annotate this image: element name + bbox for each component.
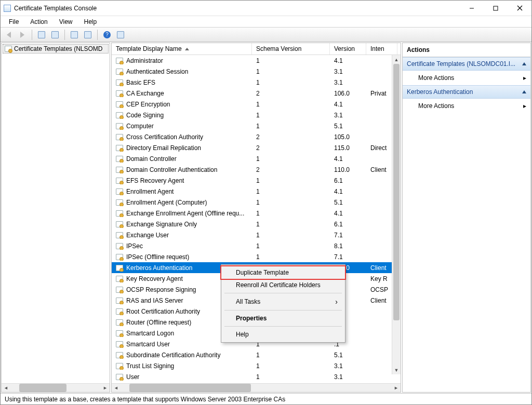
toolbar-help[interactable]: ? [101, 29, 113, 40]
template-version: 110.0 [330, 166, 366, 173]
toolbar-show-hide-tree[interactable] [49, 29, 61, 40]
template-version: 3.1 [330, 68, 366, 75]
template-version: 3.1 [330, 112, 366, 119]
toolbar-refresh-toolbar[interactable] [114, 29, 127, 40]
collapse-icon [522, 62, 526, 65]
context-menu-item[interactable]: Reenroll All Certificate Holders [221, 279, 345, 291]
actions-more-selection[interactable]: More Actions ▸ [403, 99, 530, 113]
table-row[interactable]: Subordinate Certification Authority15.1 [112, 349, 401, 360]
table-row[interactable]: Domain Controller14.1 [112, 153, 401, 164]
cert-template-icon [116, 352, 123, 358]
template-schema: 1 [252, 177, 330, 184]
actions-section-selection[interactable]: Kerberos Authentication [403, 85, 530, 99]
table-row[interactable]: Directory Email Replication2115.0Direct [112, 142, 401, 153]
template-name: Computer [126, 123, 154, 130]
table-row[interactable]: Basic EFS13.1 [112, 77, 401, 88]
minimize-button[interactable] [460, 1, 484, 16]
template-version: 5.1 [330, 123, 366, 130]
app-icon [4, 5, 11, 12]
toolbar-properties[interactable] [68, 29, 81, 40]
toolbar-back[interactable] [3, 29, 15, 40]
collapse-icon [522, 90, 526, 93]
table-row[interactable]: Cross Certification Authority2105.0 [112, 131, 401, 142]
column-header-name[interactable]: Template Display Name [112, 43, 252, 55]
column-header-intended[interactable]: Inten [366, 43, 397, 55]
table-row[interactable]: Code Signing13.1 [112, 110, 401, 120]
menu-action[interactable]: Action [25, 17, 52, 26]
actions-more-tree[interactable]: More Actions ▸ [403, 71, 530, 85]
scroll-up-icon[interactable]: ▲ [392, 55, 401, 64]
table-row[interactable]: Administrator14.1 [112, 55, 401, 66]
sort-asc-icon [185, 48, 189, 50]
maximize-button[interactable] [484, 1, 508, 16]
toolbar-export[interactable] [82, 29, 94, 40]
results-vscroll[interactable]: ▲ ▼ [392, 55, 401, 374]
template-version: 7.1 [330, 253, 366, 261]
menu-help[interactable]: Help [79, 17, 102, 26]
template-schema: 1 [252, 188, 330, 195]
table-row[interactable]: Enrollment Agent (Computer)15.1 [112, 197, 401, 208]
actions-section-tree[interactable]: Certificate Templates (NLSOMDC01.I... [403, 57, 530, 71]
results-pane: Template Display Name Schema Version Ver… [111, 43, 401, 393]
toolbar-forward[interactable] [16, 29, 29, 40]
template-schema: 1 [252, 123, 330, 130]
help-icon: ? [103, 31, 111, 38]
scroll-down-icon[interactable]: ▼ [392, 366, 401, 374]
up-level-icon [38, 31, 45, 38]
context-menu-item[interactable]: All Tasks› [221, 295, 345, 308]
template-version: 5.1 [330, 352, 366, 359]
template-name: RAS and IAS Server [126, 297, 183, 304]
window-title: Certificate Templates Console [14, 5, 97, 12]
context-menu-label: Properties [236, 315, 267, 322]
context-menu-item[interactable]: Help [221, 328, 345, 341]
cert-template-icon [116, 363, 123, 369]
context-menu-item[interactable]: Duplicate Template [220, 265, 346, 280]
table-row[interactable]: CA Exchange2106.0Privat [112, 88, 401, 99]
template-version: 3.1 [330, 362, 366, 370]
table-row[interactable]: EFS Recovery Agent16.1 [112, 175, 401, 186]
table-row[interactable]: Authenticated Session13.1 [112, 66, 401, 77]
template-schema: 1 [252, 210, 330, 217]
table-row[interactable]: Trust List Signing13.1 [112, 360, 401, 371]
table-row[interactable]: Domain Controller Authentication2110.0Cl… [112, 164, 401, 175]
table-row[interactable]: Computer15.1 [112, 120, 401, 131]
column-header-schema[interactable]: Schema Version [252, 43, 330, 55]
template-version: 5.1 [330, 199, 366, 206]
cert-template-icon [116, 232, 123, 238]
table-row[interactable]: Exchange Enrollment Agent (Offline requ.… [112, 208, 401, 219]
context-menu-label: All Tasks [236, 298, 260, 305]
menu-view[interactable]: View [54, 17, 78, 26]
table-row[interactable]: Enrollment Agent14.1 [112, 186, 401, 197]
context-menu-label: Help [236, 331, 249, 338]
template-name: IPSec (Offline request) [126, 253, 189, 261]
table-row[interactable]: User13.1 [112, 371, 401, 382]
column-header-version[interactable]: Version [330, 43, 366, 55]
cert-template-icon [116, 123, 123, 129]
toolbar-divider [97, 30, 98, 40]
table-row[interactable]: IPSec18.1 [112, 240, 401, 251]
template-name: Kerberos Authentication [126, 264, 192, 272]
table-row[interactable]: CEP Encryption14.1 [112, 99, 401, 110]
context-menu-separator [224, 326, 342, 327]
cert-template-icon [116, 167, 123, 173]
table-row[interactable]: IPSec (Offline request)17.1 [112, 251, 401, 262]
template-name: Authenticated Session [126, 68, 188, 75]
results-hscroll[interactable]: ◄ ► [112, 383, 401, 392]
menubar: FileActionViewHelp [1, 16, 531, 28]
template-schema: 1 [252, 362, 330, 370]
menu-file[interactable]: File [4, 17, 24, 26]
template-schema: 1 [252, 79, 330, 86]
cert-template-icon [116, 210, 123, 217]
titlebar: Certificate Templates Console [1, 1, 531, 16]
context-menu-item[interactable]: Properties [221, 312, 345, 325]
tree-node-label: Certificate Templates (NLSOMD [14, 45, 103, 52]
cert-template-icon [116, 298, 123, 304]
template-name: OCSP Response Signing [126, 286, 196, 293]
scope-hscroll[interactable]: ◄ ► [2, 383, 110, 392]
table-row[interactable]: Exchange Signature Only16.1 [112, 219, 401, 230]
tree-node-cert-templates[interactable]: Certificate Templates (NLSOMD [3, 44, 109, 53]
close-button[interactable] [508, 1, 531, 16]
table-row[interactable]: Exchange User17.1 [112, 230, 401, 240]
cert-template-icon [116, 243, 123, 249]
toolbar-up-level[interactable] [35, 29, 48, 40]
